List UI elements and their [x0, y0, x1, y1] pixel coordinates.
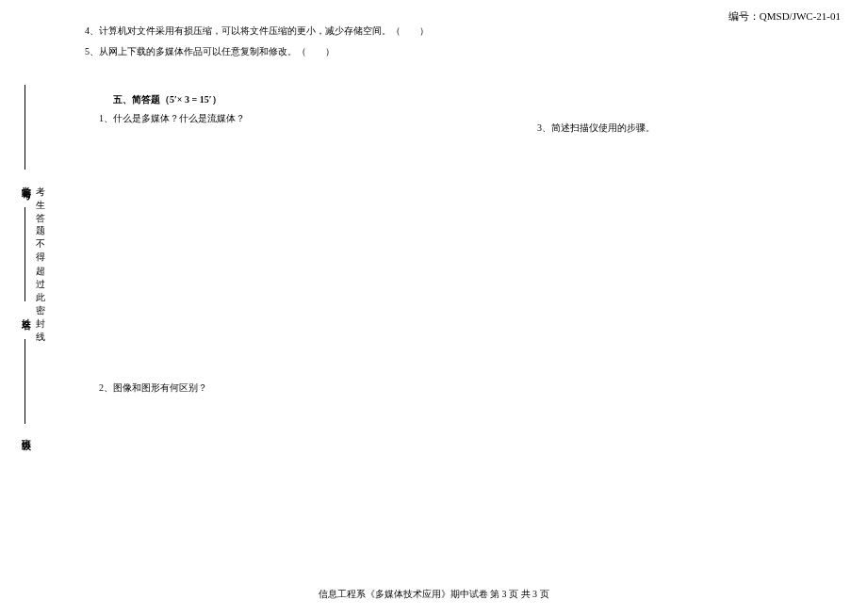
section-5-title: 五、简答题（5′× 3 = 15′） [113, 93, 841, 106]
main-content: 4、计算机对文件采用有损压缩，可以将文件压缩的更小，减少存储空间。（ ） 5、从… [85, 24, 841, 578]
seal-line-container: 考生答题不得超过此密封线 [33, 57, 61, 559]
section-5-q3: 3、简述扫描仪使用的步骤。 [537, 122, 655, 135]
seal-line-text: 考生答题不得超过此密封线 [33, 179, 46, 337]
question-4: 4、计算机对文件采用有损压缩，可以将文件压缩的更小，减少存储空间。（ ） [85, 24, 841, 39]
underline-name [25, 207, 25, 301]
question-5: 5、从网上下载的多媒体作品可以任意复制和修改。（ ） [85, 44, 841, 59]
section-5-q2: 2、图像和图形有何区别？ [99, 381, 207, 395]
page-footer: 信息工程系《多媒体技术应用》期中试卷 第 3 页 共 3 页 [0, 588, 867, 601]
section-5-q1: 1、什么是多媒体？什么是流媒体？ [99, 112, 841, 125]
document-code: 编号：QMSD/JWC-21-01 [728, 9, 841, 24]
underline-class [25, 339, 25, 424]
label-class: 班级 [19, 431, 32, 435]
label-name: 姓名 [19, 311, 32, 315]
label-student-id: 学籍号 [19, 179, 32, 185]
underline-student-id [25, 85, 25, 170]
